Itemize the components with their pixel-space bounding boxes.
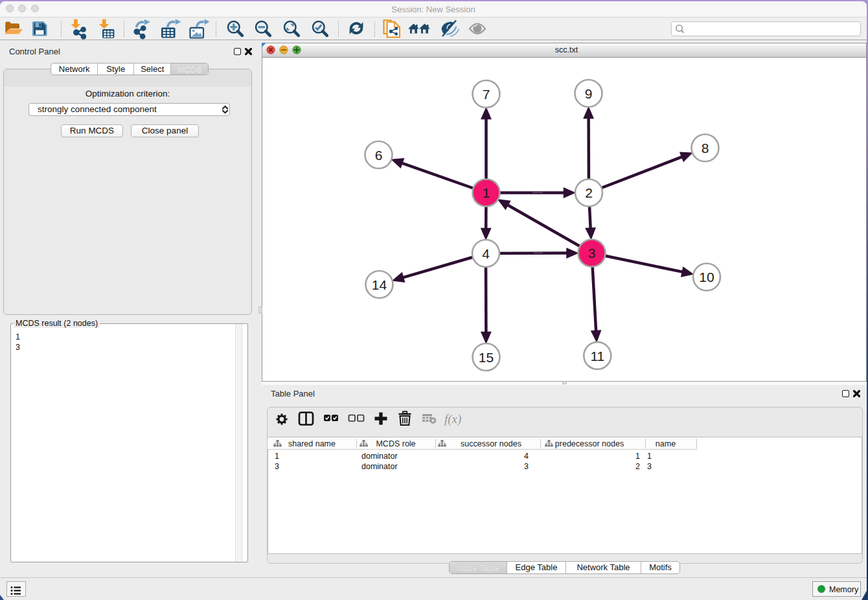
svg-text:8: 8 [702, 141, 709, 156]
svg-text:15: 15 [479, 350, 494, 365]
svg-text:11: 11 [590, 349, 604, 363]
svg-text:2: 2 [585, 185, 593, 200]
svg-text:1: 1 [483, 185, 490, 200]
svg-text:4: 4 [482, 246, 490, 261]
svg-text:14: 14 [372, 277, 387, 292]
svg-text:6: 6 [375, 148, 383, 163]
svg-text:f(x): f(x) [444, 412, 461, 426]
svg-text:3: 3 [588, 246, 596, 260]
svg-text:7: 7 [483, 87, 490, 102]
svg-text:9: 9 [585, 86, 593, 101]
svg-text:10: 10 [699, 270, 714, 284]
